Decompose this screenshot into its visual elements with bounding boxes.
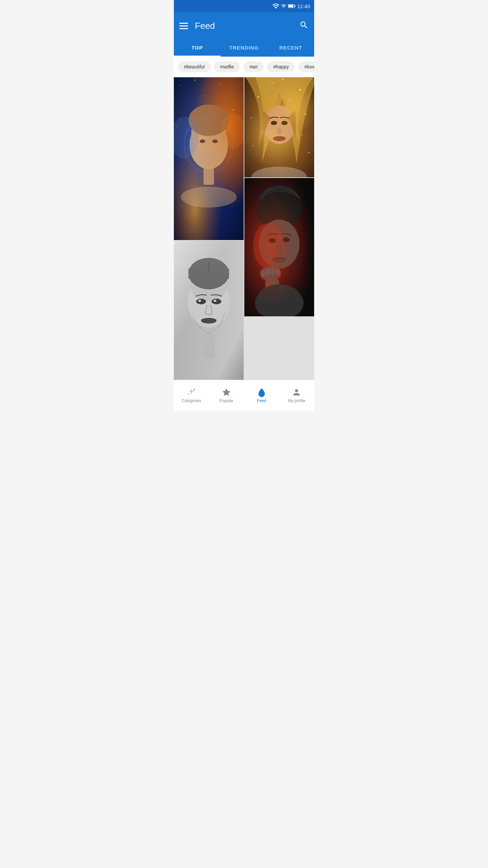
- hashtag-art[interactable]: #art: [243, 61, 264, 72]
- glitter-woman-art: [244, 77, 314, 177]
- search-button[interactable]: [299, 20, 309, 31]
- nav-popular-label: Popular: [220, 398, 233, 403]
- tab-top[interactable]: TOP: [174, 39, 221, 56]
- svg-point-56: [308, 152, 309, 153]
- svg-point-32: [196, 299, 206, 304]
- svg-point-6: [181, 85, 181, 86]
- svg-point-20: [174, 117, 198, 159]
- svg-point-35: [214, 300, 216, 302]
- svg-point-50: [251, 117, 252, 118]
- image-item-cosmic-woman[interactable]: [174, 77, 244, 240]
- svg-point-48: [272, 82, 273, 83]
- svg-point-18: [212, 139, 218, 143]
- svg-point-60: [257, 192, 302, 230]
- svg-point-62: [253, 223, 285, 269]
- status-icons: 11:40: [272, 3, 310, 9]
- svg-point-8: [219, 83, 220, 84]
- menu-line-3: [179, 28, 188, 29]
- menu-line-1: [179, 23, 188, 24]
- svg-point-51: [305, 114, 306, 115]
- nav-my-profile-label: My profile: [288, 398, 305, 403]
- status-bar: 11:40: [174, 0, 314, 12]
- svg-rect-22: [204, 164, 214, 185]
- nav-my-profile[interactable]: My profile: [279, 385, 314, 406]
- image-grid: [174, 77, 314, 380]
- app-bar: Feed: [174, 12, 314, 39]
- hashtag-row: #beautiful #selfie #art #happy #love: [174, 57, 314, 77]
- wifi-icon: [272, 3, 279, 9]
- svg-point-15: [191, 113, 226, 152]
- nav-feed-label: Feed: [257, 398, 266, 403]
- svg-point-11: [233, 109, 234, 110]
- svg-point-44: [281, 121, 288, 125]
- image-item-sketch-woman[interactable]: [174, 241, 244, 380]
- image-item-glitter-woman[interactable]: [244, 77, 314, 177]
- svg-rect-73: [265, 279, 274, 307]
- svg-point-53: [301, 135, 302, 136]
- nav-categories[interactable]: Categories: [174, 385, 209, 406]
- svg-point-19: [184, 117, 233, 173]
- svg-point-13: [205, 96, 206, 96]
- cosmic-woman-art: [174, 77, 244, 240]
- svg-point-46: [258, 96, 259, 97]
- sketch-woman-art: [174, 241, 244, 380]
- tab-bar: TOP TRENDING RECENT: [174, 39, 314, 57]
- svg-rect-2: [295, 5, 296, 7]
- svg-point-63: [269, 238, 276, 243]
- nav-feed[interactable]: Feed: [244, 385, 279, 406]
- tab-recent[interactable]: RECENT: [267, 39, 314, 56]
- image-item-red-man[interactable]: [244, 178, 314, 316]
- menu-button[interactable]: [179, 23, 188, 29]
- svg-rect-4: [174, 77, 244, 240]
- svg-point-49: [289, 100, 290, 101]
- svg-point-9: [229, 92, 230, 93]
- svg-point-36: [201, 318, 216, 323]
- search-icon: [299, 20, 309, 30]
- svg-point-27: [188, 275, 230, 328]
- svg-point-47: [299, 89, 301, 91]
- bottom-nav: Categories Popular Feed My profile: [174, 380, 314, 410]
- svg-rect-59: [244, 178, 314, 316]
- hashtag-beautiful[interactable]: #beautiful: [178, 61, 211, 72]
- svg-rect-58: [244, 178, 314, 316]
- svg-rect-3: [174, 77, 244, 240]
- svg-rect-70: [271, 268, 275, 275]
- drop-icon: [257, 388, 266, 397]
- svg-point-23: [181, 186, 237, 208]
- svg-rect-30: [188, 268, 229, 279]
- person-icon: [292, 388, 301, 397]
- svg-point-34: [198, 300, 201, 302]
- time-display: 11:40: [297, 3, 310, 9]
- svg-point-55: [252, 145, 253, 146]
- svg-rect-69: [266, 268, 270, 276]
- svg-point-54: [282, 79, 283, 80]
- svg-point-57: [251, 166, 307, 177]
- hashtag-happy[interactable]: #happy: [267, 61, 295, 72]
- svg-point-52: [261, 131, 262, 132]
- svg-rect-68: [261, 270, 265, 277]
- hashtag-love[interactable]: #love: [298, 61, 314, 72]
- nav-categories-label: Categories: [182, 398, 201, 403]
- sparkles-icon: [187, 388, 196, 397]
- svg-point-21: [221, 113, 244, 148]
- tab-trending[interactable]: TRENDING: [221, 39, 267, 56]
- svg-point-61: [259, 220, 299, 269]
- svg-point-64: [283, 237, 290, 242]
- svg-point-17: [200, 139, 205, 143]
- svg-line-39: [174, 357, 244, 364]
- svg-point-14: [189, 120, 228, 169]
- svg-point-29: [188, 258, 229, 290]
- svg-point-7: [194, 80, 195, 81]
- svg-point-12: [177, 127, 178, 127]
- star-icon: [222, 388, 231, 397]
- svg-rect-24: [174, 241, 244, 380]
- svg-point-65: [272, 257, 286, 262]
- svg-point-66: [260, 266, 281, 281]
- svg-rect-5: [174, 77, 244, 240]
- svg-rect-37: [203, 333, 215, 357]
- app-bar-left: Feed: [179, 21, 215, 31]
- menu-line-2: [179, 25, 188, 26]
- nav-popular[interactable]: Popular: [209, 385, 244, 406]
- red-man-art: [244, 178, 314, 316]
- hashtag-selfie[interactable]: #selfie: [214, 61, 240, 72]
